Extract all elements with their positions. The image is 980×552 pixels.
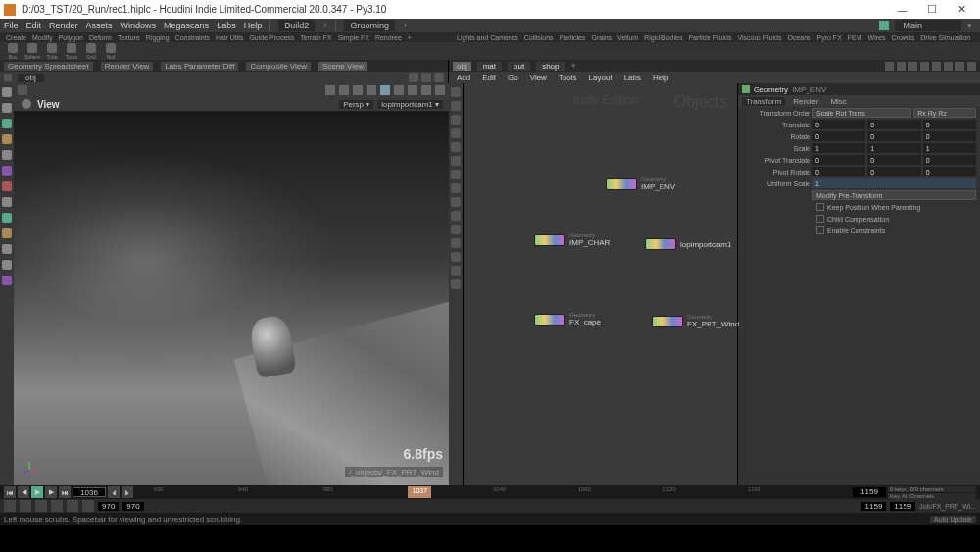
shelf-tool[interactable]: Grid — [82, 43, 100, 60]
tool-icon[interactable] — [353, 85, 363, 95]
pane-tab[interactable]: Labs Parameter Diff — [161, 62, 238, 71]
shelf-tab[interactable]: Create — [4, 34, 28, 41]
link-icon[interactable] — [409, 73, 418, 82]
tool-icon[interactable] — [435, 85, 445, 95]
net-crumb[interactable]: shop — [536, 62, 564, 71]
ptx-input[interactable]: 0 — [812, 155, 865, 165]
close-button[interactable]: ✕ — [947, 3, 976, 16]
tool-icon[interactable] — [339, 85, 349, 95]
ty-input[interactable]: 0 — [867, 120, 920, 129]
expand-icon[interactable]: ▾ — [967, 21, 972, 30]
pty-input[interactable]: 0 — [867, 155, 920, 165]
tool-icon[interactable] — [394, 85, 404, 95]
prev-frame-button[interactable]: ◀ — [18, 486, 29, 498]
net-menu-labs[interactable]: Labs — [620, 74, 645, 82]
sx-input[interactable]: 1 — [812, 143, 865, 153]
shelf-build[interactable]: Build2 — [278, 20, 315, 31]
lock-icon[interactable] — [4, 500, 16, 512]
transform-order-dropdown[interactable]: Scale Rot Trans — [812, 108, 911, 118]
tool-icon[interactable] — [2, 181, 12, 191]
display-option-icon[interactable] — [451, 87, 461, 97]
last-frame-button[interactable]: ⏭ — [59, 486, 71, 498]
pin-icon[interactable] — [421, 73, 431, 82]
display-option-icon[interactable] — [451, 252, 461, 262]
check-constraints[interactable] — [816, 226, 824, 234]
pane-tab[interactable]: Geometry Spreadsheet — [4, 62, 93, 71]
network-node[interactable]: Geometry FX_cape — [534, 312, 601, 326]
rx-input[interactable]: 0 — [812, 131, 865, 141]
view-icon[interactable] — [920, 62, 929, 71]
display-option-icon[interactable] — [451, 156, 461, 166]
pane-tab[interactable]: Composite View — [246, 62, 311, 71]
range-start-input[interactable]: 970 — [98, 502, 119, 511]
play-button[interactable]: ▶ — [31, 486, 43, 498]
net-menu-edit[interactable]: Edit — [478, 74, 500, 82]
display-option-icon[interactable] — [451, 115, 461, 125]
menu-edit[interactable]: Edit — [26, 21, 42, 30]
shelf-tab[interactable]: Rigging — [144, 34, 172, 41]
circle-icon[interactable] — [35, 500, 47, 512]
display-option-icon[interactable] — [451, 142, 461, 152]
tool-icon[interactable] — [2, 213, 12, 223]
minimize-button[interactable]: — — [888, 4, 917, 16]
net-crumb[interactable]: out — [508, 62, 530, 71]
shelf-tab[interactable]: Simple FX — [336, 34, 371, 41]
node-body[interactable] — [645, 238, 676, 250]
shelf-tab[interactable]: Texture — [116, 34, 142, 41]
search-icon[interactable] — [956, 62, 964, 71]
range-end-input[interactable]: 1159 — [861, 502, 887, 511]
menu-megascans[interactable]: Megascans — [164, 21, 209, 30]
node-body[interactable] — [606, 178, 637, 190]
node-body[interactable] — [534, 234, 565, 246]
next-frame-button[interactable]: ▶ — [45, 486, 57, 498]
desktop-menu[interactable]: Main — [895, 20, 961, 31]
tool-icon[interactable] — [2, 166, 12, 176]
network-node[interactable]: Geometry IMP_ENV — [606, 176, 675, 191]
network-node[interactable]: Geometry FX_PRT_Wind — [652, 314, 739, 328]
tab-transform[interactable]: Transform — [742, 97, 785, 106]
shelf-tab[interactable]: Oceans — [785, 34, 812, 41]
prx-input[interactable]: 0 — [812, 167, 865, 176]
shelf-tab[interactable]: Drive Simulation — [918, 34, 972, 41]
tool-icon[interactable] — [408, 85, 417, 95]
view-icon[interactable] — [944, 62, 953, 71]
display-option-icon[interactable] — [451, 128, 461, 138]
select-tool-icon[interactable] — [2, 87, 12, 97]
tool-icon[interactable] — [367, 85, 376, 95]
context-obj[interactable]: obj — [18, 74, 44, 82]
update-mode-dropdown[interactable]: Auto Update — [930, 516, 976, 523]
net-menu-help[interactable]: Help — [649, 74, 672, 82]
check-keeppos[interactable] — [816, 203, 824, 211]
display-option-icon[interactable] — [451, 170, 461, 179]
shelf-tab[interactable]: Rendree — [373, 34, 404, 41]
record-icon[interactable] — [51, 500, 63, 512]
link-icon[interactable] — [908, 62, 917, 71]
net-tab[interactable]: obj — [453, 62, 471, 71]
ry-input[interactable]: 0 — [867, 131, 920, 141]
tool-icon[interactable] — [380, 85, 390, 95]
node-body[interactable] — [652, 316, 683, 327]
net-menu-layout[interactable]: Layout — [585, 74, 616, 82]
pane-tab[interactable]: Render View — [101, 62, 154, 71]
shelf-tab[interactable]: Viscous Fluids — [735, 34, 783, 41]
shelf-tab[interactable]: Vellum — [615, 34, 640, 41]
prev-key-button[interactable]: ⏴ — [108, 486, 120, 498]
persp-dropdown[interactable]: Persp ▾ — [339, 100, 373, 109]
tool-icon[interactable] — [2, 150, 12, 160]
nav-back-icon[interactable] — [4, 74, 12, 81]
net-menu-tools[interactable]: Tools — [555, 74, 581, 82]
range-end2-input[interactable]: 1159 — [890, 502, 915, 511]
grid-icon[interactable] — [897, 62, 906, 71]
add-tab-icon[interactable]: + — [571, 61, 576, 71]
shelf-tab[interactable]: Grains — [589, 34, 613, 41]
menu-labs[interactable]: Labs — [217, 21, 236, 30]
tool-icon[interactable] — [67, 500, 78, 512]
menu-windows[interactable]: Windows — [121, 21, 157, 30]
sz-input[interactable]: 1 — [923, 143, 976, 153]
key-mode[interactable]: Key All Channels — [888, 493, 976, 499]
menu-file[interactable]: File — [4, 21, 19, 30]
network-node[interactable]: lopimportcam1 — [645, 238, 731, 250]
shelf-tool[interactable]: Box — [4, 43, 22, 60]
maximize-button[interactable]: ☐ — [917, 3, 947, 16]
pretransform-dropdown[interactable]: Modify Pre-Transform — [812, 190, 976, 200]
